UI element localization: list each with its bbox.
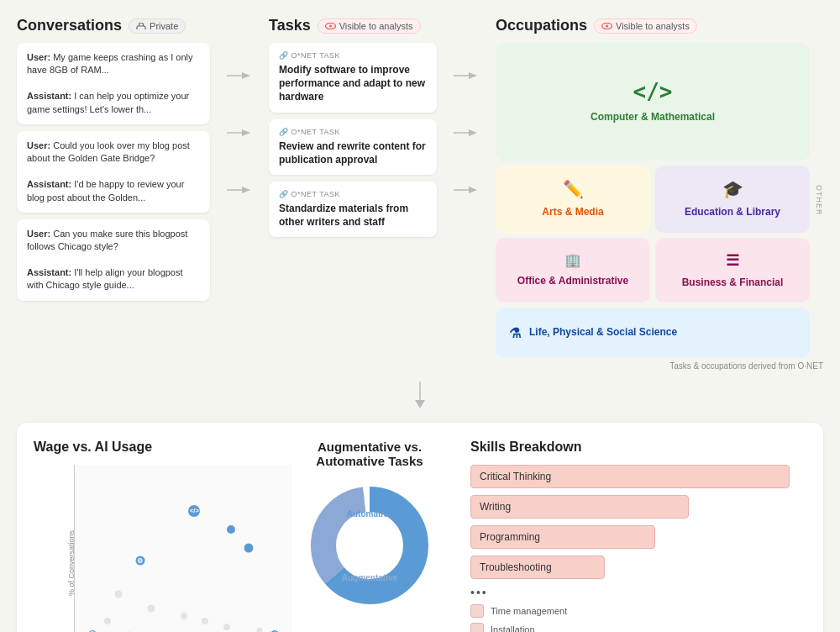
arrow-4 [454, 47, 479, 104]
task-text-1: Modify software to improve performance a… [279, 63, 427, 104]
right-arrow-icon-2 [227, 128, 252, 138]
skill-bar-critical: Critical Thinking [470, 465, 806, 488]
wage-chart-wrapper: % of Conversations </>⚙⚙✦ Median Salary [34, 465, 269, 632]
skill-secondary-install: Installation [470, 623, 806, 632]
donut-chart: Automative Augmentative [302, 478, 437, 613]
conversations-badge: Private [129, 18, 186, 34]
svg-marker-2 [242, 72, 250, 79]
scatter-dot [244, 543, 254, 552]
eye-icon [325, 23, 336, 29]
occ-grid-main: </> Computer & Mathematical ✏️ Arts & Me… [496, 43, 810, 358]
scatter-dot [114, 590, 122, 598]
skill-secondary-label-install: Installation [491, 624, 535, 632]
business-label: Business & Financial [682, 276, 784, 290]
arts-label: Arts & Media [542, 206, 603, 219]
skills-col: Skills Breakdown Critical Thinking Writi… [470, 440, 806, 632]
lock-icon [136, 23, 146, 29]
top-section: Conversations Private User: My game keep… [17, 17, 823, 371]
task-card-1: 🔗 O*NET TASK Modify software to improve … [269, 43, 437, 113]
svg-marker-18 [415, 400, 425, 408]
right-arrow-icon-5 [454, 128, 479, 138]
occupations-title: Occupations [496, 17, 587, 34]
task-text-2: Review and rewrite content for publicati… [279, 140, 427, 166]
user-label-3: User: [27, 229, 50, 239]
right-arrow-icon-6 [454, 185, 479, 195]
assistant-label-2: Assistant: [27, 179, 71, 189]
main-container: Conversations Private User: My game keep… [0, 0, 840, 632]
education-icon: 🎓 [722, 179, 743, 199]
business-icon: ☰ [726, 251, 739, 270]
donut-title: Augmentative vs. Automative Tasks [286, 440, 454, 468]
wage-chart-col: Wage vs. AI Usage % of Conversations </>… [34, 440, 269, 632]
tasks-column: Tasks Visible to analysts 🔗 O*NET TASK M… [269, 17, 437, 244]
conversations-header: Conversations Private [17, 17, 210, 34]
scatter-dot: ⚙ [135, 556, 144, 566]
skill-fill-writing: Writing [470, 495, 689, 519]
user-label-1: User: [27, 52, 50, 62]
occ-card-arts[interactable]: ✏️ Arts & Media [496, 166, 650, 233]
tasks-badge: Visible to analysts [318, 18, 421, 34]
scatter-dot [104, 618, 111, 624]
task-card-2: 🔗 O*NET TASK Review and rewrite content … [269, 119, 437, 175]
arrow-col-1 [227, 17, 252, 219]
right-arrow-icon-4 [454, 71, 479, 81]
computer-label: Computer & Mathematical [591, 111, 715, 124]
other-label-col: Other [813, 43, 823, 358]
skills-title: Skills Breakdown [470, 440, 806, 455]
tasks-header: Tasks Visible to analysts [269, 17, 437, 34]
occ-card-education[interactable]: 🎓 Education & Library [655, 166, 810, 233]
occ-card-lifesci[interactable]: ⚗ Life, Physical & Social Science [496, 308, 810, 358]
office-icon: 🏢 [564, 252, 581, 268]
computer-icon: </> [633, 79, 673, 104]
skill-fill-programming: Programming [470, 525, 655, 549]
svg-point-21 [338, 514, 402, 577]
skill-bar-programming: Programming [470, 525, 806, 549]
right-arrow-icon-1 [227, 71, 252, 81]
scatter-dot [223, 624, 230, 630]
donut-chart-col: Augmentative vs. Automative Tasks Automa… [286, 440, 454, 632]
svg-marker-4 [242, 129, 250, 136]
svg-marker-12 [469, 129, 477, 136]
assistant-label-3: Assistant: [27, 267, 71, 277]
svg-rect-0 [137, 26, 145, 29]
scatter-dot [202, 618, 208, 624]
scatter-plot: </>⚙⚙✦ [74, 465, 292, 632]
arrow-1 [227, 47, 252, 104]
tasks-title: Tasks [269, 17, 311, 34]
scatter-dot [257, 628, 263, 632]
occ-row-2: 🏢 Office & Administrative ☰ Business & F… [496, 238, 810, 303]
occ-card-computer[interactable]: </> Computer & Mathematical [496, 43, 810, 161]
arrow-2 [227, 104, 252, 161]
arts-icon: ✏️ [563, 179, 584, 199]
scatter-dot: </> [188, 505, 200, 517]
conversations-title: Conversations [17, 17, 122, 34]
education-label: Education & Library [685, 206, 780, 219]
task-onet-label-2: 🔗 O*NET TASK [279, 128, 427, 136]
arrow-6 [454, 161, 479, 219]
scatter-dot [227, 525, 235, 534]
user-text-3: Can you make sure this blogpost follows … [27, 229, 187, 251]
wage-chart-title: Wage vs. AI Usage [34, 440, 269, 455]
occ-row-1: ✏️ Arts & Media 🎓 Education & Library [496, 166, 810, 233]
occ-card-office[interactable]: 🏢 Office & Administrative [496, 238, 650, 303]
eye-icon-2 [601, 23, 612, 29]
user-text-1: My game keeps crashing as I only have 8G… [27, 52, 193, 75]
other-label: Other [815, 185, 823, 216]
svg-marker-6 [242, 187, 250, 193]
svg-point-16 [606, 24, 608, 27]
skill-more-dots: ••• [470, 586, 806, 599]
skill-secondary-label-time: Time management [491, 606, 567, 616]
conversation-card-1: User: My game keeps crashing as I only h… [17, 43, 210, 124]
skill-fill-troubleshooting: Troubleshooting [470, 556, 605, 579]
user-text-2: Could you look over my blog post about t… [27, 140, 190, 163]
occ-card-business[interactable]: ☰ Business & Financial [655, 238, 810, 303]
occupations-column: Occupations Visible to analysts </> Comp… [496, 17, 823, 371]
task-text-3: Standardize materials from other writers… [279, 202, 427, 229]
arrow-3 [227, 161, 252, 219]
skill-label-troubleshooting: Troubleshooting [480, 561, 552, 573]
donut-svg: Automative Augmentative [302, 478, 437, 613]
occ-note: Tasks & occupations derived from O·NET [496, 361, 823, 371]
svg-text:Automative: Automative [347, 509, 393, 519]
task-card-3: 🔗 O*NET TASK Standardize materials from … [269, 182, 437, 237]
lifesci-icon: ⚗ [509, 325, 521, 341]
